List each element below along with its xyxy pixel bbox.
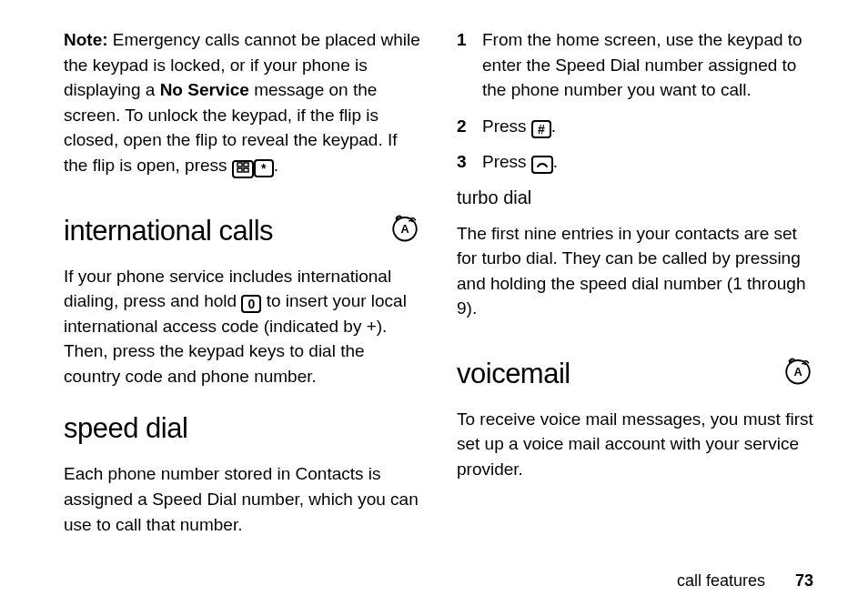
left-column: Note: Emergency calls cannot be placed w… xyxy=(64,27,420,550)
step-number: 2 xyxy=(457,114,469,139)
heading-speed-dial: speed dial xyxy=(64,412,420,445)
star-key-icon: * xyxy=(254,159,274,177)
svg-rect-0 xyxy=(237,163,242,167)
intl-paragraph: If your phone service includes internati… xyxy=(64,264,420,389)
svg-rect-1 xyxy=(244,163,248,167)
network-badge-icon: A xyxy=(782,355,813,386)
page-footer: call features 73 xyxy=(677,571,813,591)
step-3: 3 Press . xyxy=(457,149,813,175)
step-text: From the home screen, use the keypad to … xyxy=(482,27,813,103)
heading-turbo-dial: turbo dial xyxy=(457,187,813,208)
right-column: 1 From the home screen, use the keypad t… xyxy=(457,27,813,550)
pound-key-icon: # xyxy=(531,120,551,138)
heading-international-calls: international calls xyxy=(64,215,273,247)
speed-dial-steps: 1 From the home screen, use the keypad t… xyxy=(457,27,813,175)
zero-key-icon: 0 xyxy=(241,295,261,313)
heading-voicemail: voicemail xyxy=(457,358,570,390)
step-1: 1 From the home screen, use the keypad t… xyxy=(457,27,813,103)
voicemail-paragraph: To receive voice mail messages, you must… xyxy=(457,407,813,482)
svg-text:A: A xyxy=(793,365,802,379)
note-period: . xyxy=(274,156,278,175)
svg-rect-2 xyxy=(237,168,242,172)
footer-section: call features xyxy=(677,571,765,590)
network-badge-icon: A xyxy=(389,212,420,243)
step-number: 1 xyxy=(457,27,469,103)
page-number: 73 xyxy=(795,571,813,590)
note-paragraph: Note: Emergency calls cannot be placed w… xyxy=(64,27,420,178)
step-text: Press #. xyxy=(482,114,813,139)
menu-key-icon xyxy=(232,160,254,178)
svg-text:A: A xyxy=(400,222,409,236)
no-service-text: No Service xyxy=(160,80,249,99)
step-2: 2 Press #. xyxy=(457,114,813,139)
send-key-icon xyxy=(531,156,553,174)
step-number: 3 xyxy=(457,149,469,175)
step-text: Press . xyxy=(482,149,813,175)
note-label: Note: xyxy=(64,30,108,49)
turbo-dial-paragraph: The first nine entries in your contacts … xyxy=(457,221,813,321)
speed-dial-paragraph: Each phone number stored in Contacts is … xyxy=(64,461,420,537)
svg-rect-3 xyxy=(244,168,248,172)
